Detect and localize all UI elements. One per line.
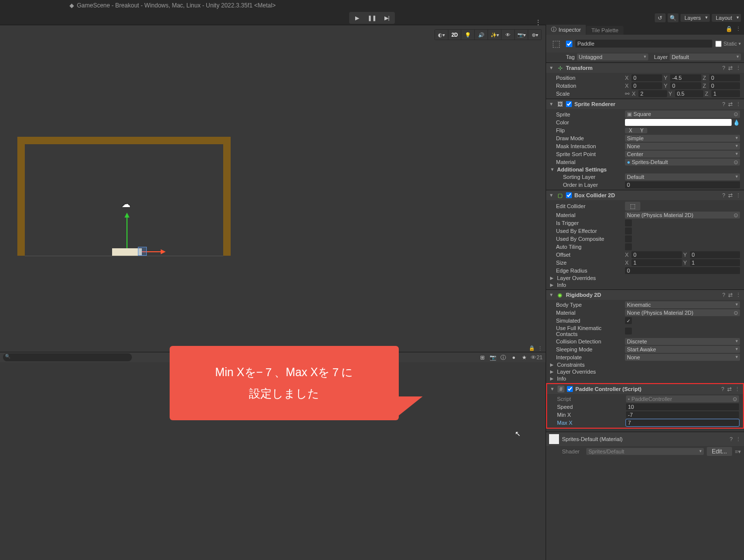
step-button[interactable]: ▶| [380,13,394,23]
paddle-object[interactable] [112,248,142,256]
shader-dropdown[interactable]: Sprites/Default [586,448,703,455]
gizmo-toggle[interactable]: ⊕▾ [528,30,541,40]
pos-z-field[interactable]: 0 [709,74,740,81]
gameobject-name-field[interactable]: Paddle [575,40,712,48]
gizmo-camera-icon[interactable]: 📷▾ [515,30,528,40]
console-info-icon[interactable]: ⓘ [498,353,508,361]
collision-detection-dropdown[interactable]: Discrete [625,338,740,345]
shader-menu-icon[interactable]: ≡▾ [735,448,741,455]
scl-z-field[interactable]: 1 [711,90,740,97]
box-collider-header[interactable]: ▼▢ Box Collider 2D ?⇄⋮ [546,190,744,200]
console-search[interactable] [3,353,132,361]
console-star-icon[interactable]: ★ [519,353,529,361]
menu-icon[interactable]: ⋮ [736,65,741,71]
mask-dropdown[interactable]: None [625,143,740,150]
y-axis-handle[interactable] [126,214,127,249]
sprite-enabled-checkbox[interactable] [566,101,572,107]
pos-x-field[interactable]: 0 [631,74,662,81]
auto-tiling-checkbox[interactable] [625,243,632,250]
hidden-toggle[interactable]: 👁 [501,30,514,40]
size-x-field[interactable]: 1 [631,259,682,266]
center-handle[interactable] [138,247,147,256]
scene-menu-icon[interactable]: ⋮ [535,18,542,26]
scale-link-icon[interactable]: ⚯ [625,91,629,97]
offset-y-field[interactable]: 0 [690,251,741,258]
is-trigger-checkbox[interactable] [625,220,632,226]
edit-shader-button[interactable]: Edit... [707,447,732,456]
layer-dropdown[interactable]: Default [670,54,741,60]
kinematic-contacts-checkbox[interactable] [625,328,632,335]
console-vis-icon[interactable]: ● [509,353,519,361]
script-enabled-checkbox[interactable] [567,386,573,392]
script-field[interactable]: ▪ PaddleController [626,395,739,402]
scene-view[interactable]: ⋮ ◐▾ 2D 💡 🔊 ✨▾ 👁 📷▾ ⊕▾ ☁ [0,25,546,352]
light-toggle[interactable]: 💡 [461,30,474,40]
audio-toggle[interactable]: 🔊 [475,30,488,40]
view-2d-toggle[interactable]: 2D [448,30,461,40]
order-field[interactable]: 0 [625,181,740,188]
fx-toggle[interactable]: ✨▾ [488,30,501,40]
transform-header[interactable]: ▼⊹ Transform ?⇄⋮ [546,63,744,73]
tab-tile-palette[interactable]: Tile Palette [586,26,623,35]
color-field[interactable] [625,119,732,126]
rigidbody-header[interactable]: ▼◉ Rigidbody 2D ?⇄⋮ [546,290,744,300]
rot-y-field[interactable]: 0 [670,82,701,89]
simulated-checkbox[interactable]: ✓ [625,317,632,324]
static-checkbox[interactable] [715,41,722,47]
game-frame: ☁ [17,137,231,256]
layout-dropdown[interactable]: Layout [712,14,741,22]
sprite-field[interactable]: ▣ Square [625,111,740,118]
speed-field[interactable]: 10 [626,403,739,410]
sort-point-dropdown[interactable]: Center [625,151,740,158]
undo-history-icon[interactable]: ↺ [655,13,666,22]
active-checkbox[interactable] [566,41,572,47]
lock-icon[interactable]: 🔒 [529,345,535,351]
panel-menu-icon[interactable]: ⋮ [538,345,543,351]
effector-checkbox[interactable] [625,227,632,234]
tab-inspector[interactable]: ⓘInspector [546,25,586,35]
edit-collider-button[interactable]: ⬚ [625,202,640,211]
interpolate-dropdown[interactable]: None [625,354,740,361]
size-y-field[interactable]: 1 [690,259,741,266]
sorting-layer-dropdown[interactable]: Default [625,173,740,180]
physmat-field[interactable]: None (Physics Material 2D) [625,212,740,219]
layers-dropdown[interactable]: Layers [681,14,710,22]
console-camera-icon[interactable]: 📷 [488,353,498,361]
sprite-renderer-header[interactable]: ▼🖼 Sprite Renderer ?⇄⋮ [546,99,744,109]
sleeping-mode-dropdown[interactable]: Start Awake [625,346,740,353]
rot-z-field[interactable]: 0 [709,82,740,89]
draw-mode-dropdown[interactable]: Simple [625,135,740,142]
search-icon[interactable]: 🔍 [668,13,679,22]
inspector-panel: ⓘInspector Tile Palette 🔒⋮ ⬚ Paddle Stat… [546,25,744,560]
minx-field[interactable]: -7 [626,411,739,418]
panel-menu-icon[interactable]: ⋮ [736,26,741,32]
composite-checkbox[interactable] [625,235,632,242]
annotation-callout: Min Xを−７、Max Xを７に 設定しました [170,346,399,420]
pause-button[interactable]: ❚❚ [365,13,379,23]
pos-y-field[interactable]: -4.5 [670,74,701,81]
offset-x-field[interactable]: 0 [631,251,682,258]
lock-icon[interactable]: 🔒 [726,26,733,32]
main-toolbar: ▶ ❚❚ ▶| ↺ 🔍 Layers Layout [0,11,744,25]
help-icon[interactable]: ? [722,65,725,71]
script-header[interactable]: ▼# Paddle Controller (Script) ?⇄⋮ [547,384,743,394]
body-type-dropdown[interactable]: Kinematic [625,301,740,308]
preset-icon[interactable]: ⇄ [728,65,733,71]
console-filter-icon[interactable]: ⊞ [478,353,488,361]
tag-dropdown[interactable]: Untagged [577,54,648,60]
sprite-material-field[interactable]: ● Sprites-Default [625,159,740,166]
play-button[interactable]: ▶ [350,13,364,23]
window-title: ◆GameScene - Breakout - Windows, Mac, Li… [0,0,744,11]
flip-toggle[interactable]: XY [625,128,647,133]
material-header[interactable]: Sprites-Default (Material) ?⋮ [546,432,744,446]
maxx-field[interactable]: 7 [626,419,739,426]
scl-x-field[interactable]: 2 [638,90,667,97]
rot-x-field[interactable]: 0 [631,82,662,89]
edge-radius-field[interactable]: 0 [625,267,740,274]
shading-dropdown[interactable]: ◐▾ [435,30,448,40]
collider-enabled-checkbox[interactable] [566,192,572,198]
camera-gizmo-icon: ☁ [122,199,130,210]
scl-y-field[interactable]: 0.5 [675,90,704,97]
rb-material-field[interactable]: None (Physics Material 2D) [625,309,740,316]
eyedropper-icon[interactable]: 💧 [733,119,740,126]
